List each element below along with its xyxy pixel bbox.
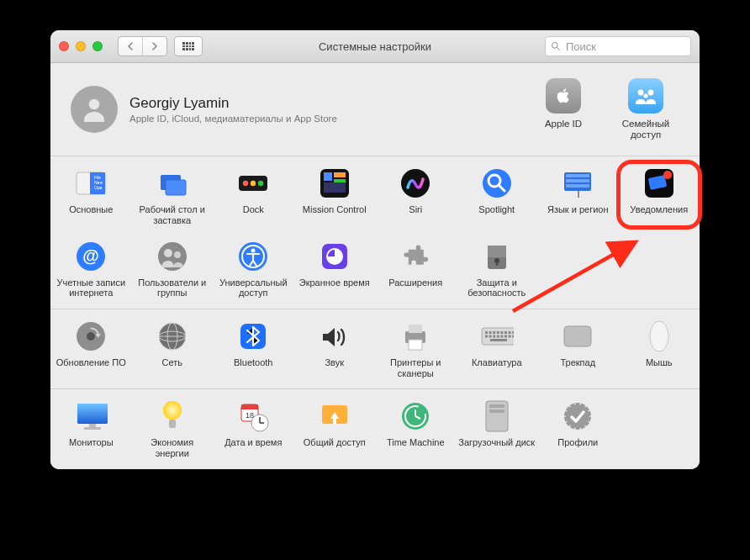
- pref-startup-disk[interactable]: Загрузочный диск: [457, 399, 538, 458]
- svg-point-14: [243, 181, 248, 186]
- svg-point-15: [251, 181, 256, 186]
- dock-icon: [236, 166, 270, 200]
- pref-timemachine[interactable]: Time Machine: [375, 399, 457, 458]
- avatar[interactable]: [71, 86, 118, 133]
- svg-rect-57: [485, 331, 488, 334]
- pref-label: Защита и безопасность: [458, 277, 536, 298]
- svg-rect-66: [489, 335, 491, 338]
- svg-rect-84: [241, 404, 258, 409]
- svg-rect-74: [564, 326, 591, 346]
- svg-rect-77: [77, 404, 108, 424]
- pref-dock[interactable]: Dock: [213, 166, 294, 225]
- close-button[interactable]: [59, 41, 69, 51]
- language-icon: [561, 166, 594, 200]
- svg-rect-67: [493, 335, 495, 338]
- mission-icon: [318, 166, 351, 200]
- pref-profiles[interactable]: Профили: [537, 399, 619, 458]
- search-icon: [551, 41, 561, 51]
- pref-accessibility[interactable]: Универсальный доступ: [213, 240, 294, 298]
- pref-security[interactable]: Защита и безопасность: [457, 240, 538, 298]
- pref-family-sharing[interactable]: Семейный доступ: [617, 78, 674, 140]
- extensions-icon: [399, 240, 432, 273]
- pref-datetime[interactable]: 18Дата и время: [213, 399, 294, 458]
- svg-rect-54: [409, 325, 422, 333]
- desktop-icon: [156, 166, 189, 200]
- svg-line-108: [566, 410, 568, 411]
- displays-icon: [74, 399, 108, 433]
- pref-displays[interactable]: Мониторы: [50, 399, 132, 458]
- grid-icon: [182, 42, 194, 50]
- account-header: Georgiy Lyamin Apple ID, iCloud, медиама…: [50, 63, 700, 156]
- software-update-icon: [74, 320, 108, 353]
- pref-spotlight[interactable]: Spotlight: [457, 166, 538, 225]
- svg-point-23: [483, 169, 511, 198]
- security-icon: [480, 240, 514, 273]
- show-all-button[interactable]: [174, 36, 203, 56]
- sound-icon: [318, 320, 351, 353]
- pref-sound[interactable]: Звук: [294, 320, 376, 378]
- svg-rect-96: [489, 404, 504, 408]
- back-button[interactable]: [119, 37, 143, 55]
- search-input[interactable]: [564, 40, 685, 54]
- person-icon: [79, 94, 109, 124]
- siri-icon: [399, 166, 432, 200]
- svg-line-113: [589, 410, 590, 411]
- pref-mouse[interactable]: Мышь: [619, 320, 700, 378]
- search-field[interactable]: [545, 36, 691, 56]
- pref-notifications[interactable]: Уведомления: [619, 166, 700, 225]
- pref-trackpad[interactable]: Трекпад: [537, 320, 619, 378]
- svg-rect-79: [84, 427, 101, 430]
- pref-sharing[interactable]: Общий доступ: [294, 399, 376, 458]
- svg-rect-18: [324, 172, 332, 181]
- svg-rect-12: [166, 180, 186, 195]
- account-subtitle: Apple ID, iCloud, медиаматериалы и App S…: [129, 114, 535, 124]
- account-info[interactable]: Georgiy Lyamin Apple ID, iCloud, медиама…: [129, 95, 535, 124]
- apple-icon: [546, 78, 581, 114]
- accessibility-icon: [236, 240, 270, 273]
- minimize-button[interactable]: [76, 41, 86, 51]
- screentime-icon: [318, 240, 351, 273]
- pref-software-update[interactable]: Обновление ПО: [50, 320, 132, 378]
- svg-point-30: [663, 171, 672, 179]
- pref-general[interactable]: FileNewOpeОсновные: [50, 166, 132, 225]
- bluetooth-icon: [236, 320, 270, 353]
- preferences-section: МониторыЭкономия энергии18Дата и времяОб…: [50, 389, 700, 468]
- forward-button[interactable]: [143, 37, 166, 55]
- pref-bluetooth[interactable]: Bluetooth: [213, 320, 294, 378]
- pref-label: Профили: [539, 437, 617, 448]
- pref-keyboard[interactable]: Клавиатура: [457, 320, 538, 378]
- pref-label: Рабочий стол и заставка: [134, 204, 212, 225]
- pref-printers[interactable]: Принтеры и сканеры: [375, 320, 457, 378]
- pref-users[interactable]: Пользователи и группы: [132, 240, 214, 298]
- pref-internet-accounts[interactable]: @Учетные записи интернета: [50, 240, 132, 298]
- svg-rect-71: [508, 335, 510, 338]
- pref-desktop[interactable]: Рабочий стол и заставка: [132, 166, 214, 225]
- pref-siri[interactable]: Siri: [375, 166, 457, 225]
- pref-label: Расширения: [377, 277, 455, 288]
- printers-icon: [399, 320, 432, 353]
- pref-mission[interactable]: Mission Control: [294, 166, 376, 225]
- svg-point-38: [251, 248, 256, 252]
- svg-rect-60: [497, 331, 499, 334]
- zoom-button[interactable]: [92, 41, 103, 51]
- pref-label: Bluetooth: [214, 357, 293, 368]
- window-controls: [59, 41, 103, 51]
- svg-rect-55: [409, 340, 422, 350]
- pref-extensions[interactable]: Расширения: [375, 240, 457, 298]
- svg-line-1: [557, 48, 560, 50]
- pref-label: Основные: [52, 204, 130, 215]
- svg-line-106: [566, 421, 568, 422]
- svg-rect-44: [496, 261, 498, 266]
- account-right-prefs: Apple ID Семейный доступ: [535, 78, 674, 140]
- network-icon: [156, 320, 189, 353]
- titlebar: Системные настройки: [50, 30, 700, 63]
- svg-rect-97: [489, 409, 504, 413]
- pref-apple-id[interactable]: Apple ID: [535, 78, 592, 140]
- pref-network[interactable]: Сеть: [132, 320, 214, 378]
- pref-energy[interactable]: Экономия энергии: [132, 399, 214, 458]
- svg-point-2: [89, 99, 100, 110]
- svg-point-3: [638, 90, 644, 96]
- preferences-grid: FileNewOpeОсновныеРабочий стол и заставк…: [50, 156, 700, 468]
- pref-screentime[interactable]: Экранное время: [294, 240, 376, 298]
- pref-language[interactable]: Язык и регион: [537, 166, 619, 225]
